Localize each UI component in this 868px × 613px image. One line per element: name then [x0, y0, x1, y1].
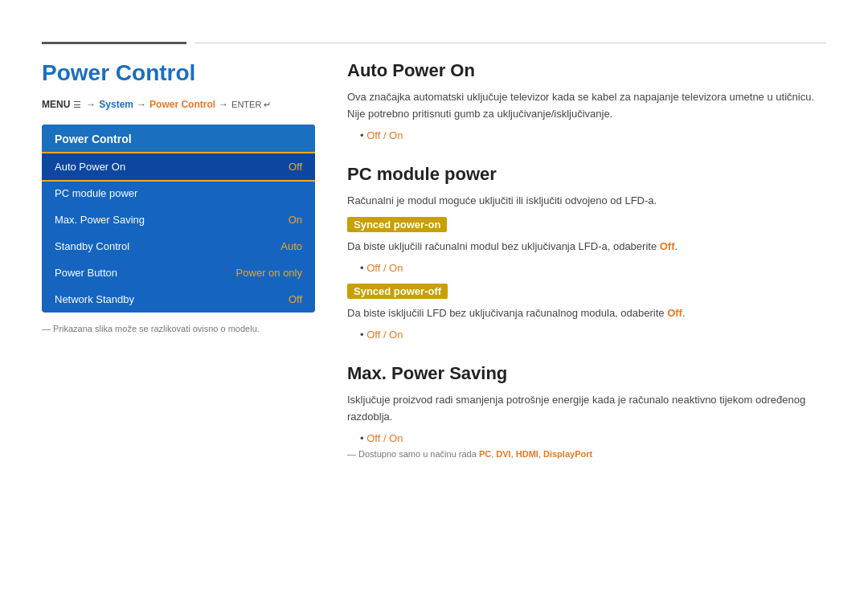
section-pc-module: PC module power Računalni je modul moguć… — [347, 164, 826, 341]
max-power-note: Dostupno samo u načinu rada PC, DVI, HDM… — [347, 449, 826, 459]
section-title-pc-module: PC module power — [347, 164, 826, 185]
menu-item-power-button[interactable]: Power Button Power on only — [42, 260, 315, 286]
breadcrumb-arrow-1: → — [86, 99, 96, 110]
section-auto-power-on: Auto Power On Ova značajka automatski uk… — [347, 60, 826, 141]
menu-item-label-power-button: Power Button — [55, 267, 117, 279]
note-hdmi: HDMI — [516, 449, 538, 459]
menu-item-max-power[interactable]: Max. Power Saving On — [42, 206, 315, 233]
note-dvi: DVI — [496, 449, 510, 459]
menu-item-label-pc-module: PC module power — [55, 187, 137, 199]
synced-on-off-inline: Off — [660, 240, 675, 252]
menu-item-standby-control[interactable]: Standby Control Auto — [42, 233, 315, 260]
menu-item-value-auto-power-on: Off — [289, 161, 302, 173]
bullet-auto-power-on: Off / On — [360, 129, 826, 141]
menu-item-network-standby[interactable]: Network Standby Off — [42, 286, 315, 313]
breadcrumb-power-control[interactable]: Power Control — [149, 99, 215, 110]
synced-power-on-block: Synced power-on Da biste uključili račun… — [347, 217, 826, 274]
breadcrumb-system[interactable]: System — [99, 99, 133, 110]
note-displayport: DisplayPort — [543, 449, 592, 459]
section-title-auto-power-on: Auto Power On — [347, 60, 826, 81]
off-on-synced-on: Off / On — [366, 262, 403, 274]
breadcrumb-arrow-3: → — [219, 99, 228, 110]
left-panel: Power Control MENU ☰ → System → Power Co… — [42, 60, 315, 481]
footnote: Prikazana slika može se razlikovati ovis… — [42, 324, 315, 333]
bullet-synced-off: Off / On — [360, 329, 826, 341]
breadcrumb-arrow-2: → — [137, 99, 146, 110]
menu-item-value-power-button: Power on only — [236, 267, 302, 279]
menu-item-label-max-power: Max. Power Saving — [55, 214, 145, 226]
section-title-max-power: Max. Power Saving — [347, 363, 826, 384]
menu-item-value-standby: Auto — [280, 240, 302, 252]
bullet-synced-on: Off / On — [360, 262, 826, 274]
off-on-auto-power: Off / On — [366, 129, 403, 141]
off-on-synced-off: Off / On — [366, 329, 403, 341]
section-desc-pc-module: Računalni je modul moguće uključiti ili … — [347, 193, 826, 210]
top-line-thin — [194, 43, 826, 43]
menu-item-auto-power-on[interactable]: Auto Power On Off — [42, 153, 315, 180]
note-pc: PC — [479, 449, 491, 459]
section-desc-auto-power-on: Ova značajka automatski uključuje televi… — [347, 89, 826, 123]
top-line-accent — [42, 42, 186, 44]
breadcrumb-menu-icon: ☰ — [73, 100, 81, 110]
synced-power-off-badge: Synced power-off — [347, 284, 448, 299]
menu-item-label-standby: Standby Control — [55, 240, 129, 252]
menu-item-value-network: Off — [289, 293, 302, 305]
synced-power-on-desc: Da biste uključili računalni modul bez u… — [347, 239, 826, 255]
bullet-max-power: Off / On — [360, 432, 826, 444]
right-panel: Auto Power On Ova značajka automatski uk… — [347, 60, 826, 481]
menu-box: Power Control Auto Power On Off PC modul… — [42, 125, 315, 313]
section-max-power-saving: Max. Power Saving Isključuje proizvod ra… — [347, 363, 826, 459]
synced-power-off-block: Synced power-off Da biste isključili LFD… — [347, 284, 826, 341]
breadcrumb: MENU ☰ → System → Power Control → ENTER … — [42, 99, 315, 110]
synced-power-on-badge: Synced power-on — [347, 217, 447, 232]
menu-box-header: Power Control — [42, 125, 315, 153]
menu-item-pc-module[interactable]: PC module power — [42, 180, 315, 206]
menu-item-label-network: Network Standby — [55, 293, 134, 305]
breadcrumb-menu: MENU — [42, 99, 70, 110]
synced-power-off-desc: Da biste isključili LFD bez uključivanja… — [347, 305, 826, 322]
off-on-max-power: Off / On — [366, 432, 403, 444]
menu-item-value-max-power: On — [289, 214, 302, 226]
breadcrumb-enter: ENTER ↵ — [231, 100, 271, 110]
page-title: Power Control — [42, 60, 315, 86]
top-divider — [0, 42, 868, 44]
section-desc-max-power: Isključuje proizvod radi smanjenja potro… — [347, 392, 826, 426]
synced-off-off-inline: Off — [667, 307, 682, 319]
menu-item-label-auto-power-on: Auto Power On — [55, 161, 125, 173]
